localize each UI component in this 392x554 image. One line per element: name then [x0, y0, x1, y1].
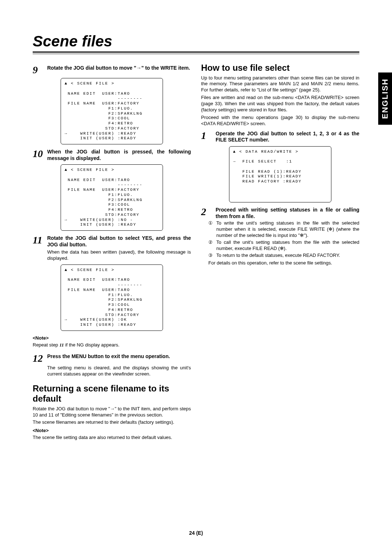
step-text: Proceed with writing setting statuses in… — [216, 207, 359, 219]
step-9: 9 Rotate the JOG dial button to move "→"… — [33, 65, 191, 75]
step-number: 2 — [201, 207, 213, 219]
section-heading-fileselect: How to use file select — [201, 63, 359, 73]
step-10: 10 When the JOG dial button is pressed, … — [33, 149, 191, 161]
note-label: <Note> — [33, 428, 191, 433]
page-number: 24 (E) — [0, 530, 392, 536]
step-number: 11 — [33, 235, 45, 248]
step-number: 1 — [201, 131, 213, 143]
bullet-3: ③ To return to the default statuses, exe… — [208, 253, 359, 259]
page: ENGLISH Scene files 9 Rotate the JOG dia… — [0, 0, 392, 554]
step-body: The setting menu is cleared, and the dis… — [47, 365, 191, 377]
menu-screen-3: ▲ < SCENE FILE > NAME EDIT USER:TARO ---… — [61, 264, 163, 331]
paragraph: Proceed with the menu operations (page 3… — [201, 115, 359, 127]
title-divider — [33, 52, 359, 54]
columns: 9 Rotate the JOG dial button to move "→"… — [33, 63, 359, 442]
menu-screen-1: ▲ < SCENE FILE > NAME EDIT USER:TARO ---… — [61, 78, 163, 144]
note-label: <Note> — [33, 335, 191, 341]
circled-number-icon: ③ — [208, 253, 214, 259]
right-column: How to use file select Up to four menu s… — [201, 63, 359, 442]
bullet-text: To write the unit's setting statuses in … — [216, 220, 359, 239]
bullet-text: To return to the default statuses, execu… — [216, 253, 340, 259]
step-text: Press the MENU button to exit the menu o… — [47, 353, 191, 364]
note-body: Repeat step 11 if the NG display appears… — [33, 342, 191, 348]
step-2: 2 Proceed with writing setting statuses … — [201, 207, 359, 219]
step-text: Rotate the JOG dial button to move "→" t… — [47, 65, 191, 75]
paragraph: Up to four menu setting parameters other… — [201, 75, 359, 94]
bullet-2: ② To call the unit's setting statuses fr… — [208, 239, 359, 252]
page-title: Scene files — [33, 33, 359, 50]
step-body: When the data has been written (saved), … — [47, 249, 191, 262]
menu-screen-2: ▲ < SCENE FILE > NAME EDIT USER:TARO ---… — [61, 164, 163, 231]
step-12: 12 Press the MENU button to exit the men… — [33, 353, 191, 364]
step-11: 11 Rotate the JOG dial button to select … — [33, 235, 191, 248]
paragraph: The scene filenames are returned to thei… — [33, 419, 191, 426]
step-text: Rotate the JOG dial button to select YES… — [47, 235, 191, 248]
step-number: 10 — [33, 149, 45, 161]
language-tab: ENGLISH — [378, 73, 392, 125]
step-number: 9 — [33, 65, 45, 75]
paragraph: Files are written and read on the sub-me… — [201, 95, 359, 113]
note-body: The scene file setting data are also ret… — [33, 435, 191, 441]
step-1: 1 Operate the JOG dial button to select … — [201, 131, 359, 143]
step-text: When the JOG dial button is pressed, the… — [47, 149, 191, 161]
circled-number-icon: ② — [208, 239, 214, 252]
step-number: 12 — [33, 353, 45, 364]
paragraph: Rotate the JOG dial button to move "→" t… — [33, 406, 191, 418]
circled-number-icon: ① — [208, 220, 214, 239]
bullet-1: ① To write the unit's setting statuses i… — [208, 220, 359, 239]
section-heading-return: Returning a scene filename to its defaul… — [33, 383, 191, 403]
left-column: 9 Rotate the JOG dial button to move "→"… — [33, 63, 191, 442]
paragraph: For details on this operation, refer to … — [208, 260, 359, 266]
bullet-text: To call the unit's setting statuses from… — [216, 239, 359, 252]
menu-screen-4: ▲ < DATA READ/WRITE > → FILE SELECT :1 F… — [229, 146, 331, 203]
step-text: Operate the JOG dial button to select 1,… — [216, 131, 359, 143]
